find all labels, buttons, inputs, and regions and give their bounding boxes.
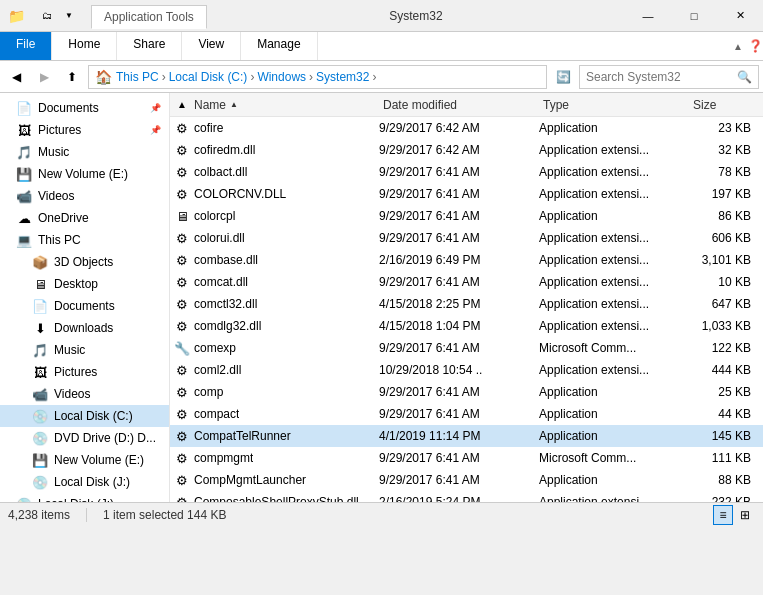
tab-view[interactable]: View xyxy=(182,32,241,60)
file-icon-6: ⚙ xyxy=(174,252,190,268)
maximize-button[interactable]: □ xyxy=(671,0,717,32)
file-type-8: Application extensi... xyxy=(539,297,689,311)
sidebar-item-6[interactable]: 💻 This PC xyxy=(0,229,169,251)
search-icon[interactable]: 🔍 xyxy=(737,70,752,84)
sidebar-item-13[interactable]: 📹 Videos xyxy=(0,383,169,405)
sidebar-item-7[interactable]: 📦 3D Objects xyxy=(0,251,169,273)
help-button[interactable]: ❓ xyxy=(747,32,763,60)
sidebar-item-10[interactable]: ⬇ Downloads xyxy=(0,317,169,339)
refresh-button[interactable]: 🔄 xyxy=(551,65,575,89)
file-date-7: 9/29/2017 6:41 AM xyxy=(379,275,539,289)
sidebar-item-12[interactable]: 🖼 Pictures xyxy=(0,361,169,383)
details-view-button[interactable]: ⊞ xyxy=(735,505,755,525)
minimize-button[interactable]: — xyxy=(625,0,671,32)
table-row[interactable]: ⚙ colbact.dll 9/29/2017 6:41 AM Applicat… xyxy=(170,161,763,183)
sidebar-item-11[interactable]: 🎵 Music xyxy=(0,339,169,361)
sidebar-item-0[interactable]: 📄 Documents 📌 xyxy=(0,97,169,119)
table-row[interactable]: ⚙ comdlg32.dll 4/15/2018 1:04 PM Applica… xyxy=(170,315,763,337)
sidebar-item-4[interactable]: 📹 Videos xyxy=(0,185,169,207)
table-row[interactable]: 🔧 comexp 9/29/2017 6:41 AM Microsoft Com… xyxy=(170,337,763,359)
sidebar-item-2[interactable]: 🎵 Music xyxy=(0,141,169,163)
file-area: ▲ Name ▲ Date modified Type Size ⚙ cofir… xyxy=(170,93,763,502)
table-row[interactable]: ⚙ COLORCNV.DLL 9/29/2017 6:41 AM Applica… xyxy=(170,183,763,205)
back-button[interactable]: ◀ xyxy=(4,65,28,89)
close-button[interactable]: ✕ xyxy=(717,0,763,32)
file-type-17: Application extensi... xyxy=(539,495,689,502)
address-path[interactable]: 🏠 This PC › Local Disk (C:) › Windows › … xyxy=(88,65,547,89)
col-header-date[interactable]: Date modified xyxy=(379,93,539,116)
scroll-up-btn[interactable]: ▲ xyxy=(174,99,190,110)
table-row[interactable]: ⚙ cofire 9/29/2017 6:42 AM Application 2… xyxy=(170,117,763,139)
file-name-cell-8: ⚙ comctl32.dll xyxy=(174,296,379,312)
file-name-text-17: ComposableShellProxyStub.dll xyxy=(194,495,359,502)
item-count: 4,238 items xyxy=(8,508,70,522)
path-system32[interactable]: System32 xyxy=(316,70,369,84)
sidebar-item-1[interactable]: 🖼 Pictures 📌 xyxy=(0,119,169,141)
file-size-3: 197 KB xyxy=(689,187,759,201)
col-header-size[interactable]: Size xyxy=(689,93,759,116)
table-row[interactable]: ⚙ ComposableShellProxyStub.dll 2/16/2019… xyxy=(170,491,763,502)
sidebar-item-18[interactable]: 💿 Local Disk (J:) xyxy=(0,493,169,502)
path-windows[interactable]: Windows xyxy=(257,70,306,84)
tab-manage[interactable]: Manage xyxy=(241,32,317,60)
ribbon-expand-chevron[interactable]: ▲ xyxy=(729,32,747,60)
table-row[interactable]: 🖥 colorcpl 9/29/2017 6:41 AM Application… xyxy=(170,205,763,227)
sidebar-item-16[interactable]: 💾 New Volume (E:) xyxy=(0,449,169,471)
file-date-17: 2/16/2019 5:24 PM xyxy=(379,495,539,502)
sidebar-item-9[interactable]: 📄 Documents xyxy=(0,295,169,317)
table-row[interactable]: ⚙ CompatTelRunner 4/1/2019 11:14 PM Appl… xyxy=(170,425,763,447)
file-name-cell-4: 🖥 colorcpl xyxy=(174,208,379,224)
table-row[interactable]: ⚙ combase.dll 2/16/2019 6:49 PM Applicat… xyxy=(170,249,763,271)
sort-arrow-name: ▲ xyxy=(230,100,238,109)
sidebar-item-15[interactable]: 💿 DVD Drive (D:) D... xyxy=(0,427,169,449)
file-icon-9: ⚙ xyxy=(174,318,190,334)
file-name-cell-17: ⚙ ComposableShellProxyStub.dll xyxy=(174,494,379,502)
sidebar-item-8[interactable]: 🖥 Desktop xyxy=(0,273,169,295)
table-row[interactable]: ⚙ compmgmt 9/29/2017 6:41 AM Microsoft C… xyxy=(170,447,763,469)
sidebar-icon-12: 🖼 xyxy=(32,364,48,380)
tab-share[interactable]: Share xyxy=(117,32,182,60)
table-row[interactable]: ⚙ CompMgmtLauncher 9/29/2017 6:41 AM App… xyxy=(170,469,763,491)
tab-home[interactable]: Home xyxy=(52,32,117,60)
table-row[interactable]: ⚙ comp 9/29/2017 6:41 AM Application 25 … xyxy=(170,381,763,403)
sidebar-item-14[interactable]: 💿 Local Disk (C:) xyxy=(0,405,169,427)
sidebar-item-17[interactable]: 💿 Local Disk (J:) xyxy=(0,471,169,493)
table-row[interactable]: ⚙ colorui.dll 9/29/2017 6:41 AM Applicat… xyxy=(170,227,763,249)
app-tools-tab[interactable]: Application Tools xyxy=(91,5,207,29)
file-date-9: 4/15/2018 1:04 PM xyxy=(379,319,539,333)
table-row[interactable]: ⚙ coml2.dll 10/29/2018 10:54 .. Applicat… xyxy=(170,359,763,381)
file-icon-5: ⚙ xyxy=(174,230,190,246)
path-thispc[interactable]: This PC xyxy=(116,70,159,84)
table-row[interactable]: ⚙ comcat.dll 9/29/2017 6:41 AM Applicati… xyxy=(170,271,763,293)
sidebar-label-9: Documents xyxy=(54,299,161,313)
tab-file[interactable]: File xyxy=(0,32,52,60)
up-button[interactable]: ⬆ xyxy=(60,65,84,89)
sidebar-label-7: 3D Objects xyxy=(54,255,161,269)
sidebar-icon-4: 📹 xyxy=(16,188,32,204)
search-input[interactable] xyxy=(586,70,737,84)
file-date-6: 2/16/2019 6:49 PM xyxy=(379,253,539,267)
table-row[interactable]: ⚙ compact 9/29/2017 6:41 AM Application … xyxy=(170,403,763,425)
forward-button[interactable]: ▶ xyxy=(32,65,56,89)
ribbon: File Home Share View Manage ▲ ❓ xyxy=(0,32,763,61)
table-row[interactable]: ⚙ cofiredm.dll 9/29/2017 6:42 AM Applica… xyxy=(170,139,763,161)
file-name-text-11: coml2.dll xyxy=(194,363,241,377)
col-header-name[interactable]: Name ▲ xyxy=(190,93,379,116)
file-icon-8: ⚙ xyxy=(174,296,190,312)
search-box: 🔍 xyxy=(579,65,759,89)
table-row[interactable]: ⚙ comctl32.dll 4/15/2018 2:25 PM Applica… xyxy=(170,293,763,315)
file-date-5: 9/29/2017 6:41 AM xyxy=(379,231,539,245)
sidebar-item-3[interactable]: 💾 New Volume (E:) xyxy=(0,163,169,185)
qa-btn-1[interactable]: 🗂 xyxy=(37,6,57,26)
sidebar-label-11: Music xyxy=(54,343,161,357)
title-bar-icons: 📁 xyxy=(0,8,33,24)
sidebar: 📄 Documents 📌 🖼 Pictures 📌 🎵 Music 💾 New… xyxy=(0,93,170,502)
sidebar-item-5[interactable]: ☁ OneDrive xyxy=(0,207,169,229)
list-view-button[interactable]: ≡ xyxy=(713,505,733,525)
qa-btn-2[interactable]: ▼ xyxy=(59,6,79,26)
sidebar-label-8: Desktop xyxy=(54,277,161,291)
col-header-type[interactable]: Type xyxy=(539,93,689,116)
file-icon-17: ⚙ xyxy=(174,494,190,502)
file-icon-13: ⚙ xyxy=(174,406,190,422)
path-localdisk[interactable]: Local Disk (C:) xyxy=(169,70,248,84)
